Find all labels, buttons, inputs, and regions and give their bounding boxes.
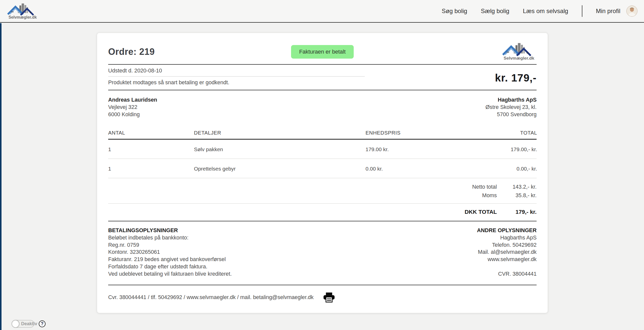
line-items-table: ANTAL DETALJER ENHEDSPRIS TOTAL 1 Sølv p… [108,126,537,178]
invoice-card: Ordre: 219 Fakturaen er betalt Selvmægle… [97,33,548,313]
info-columns: BETALINGSOPLYSNINGER Beløbet indbetales … [108,221,537,285]
cell-total: 179.00,- kr. [449,146,537,152]
invoice-meta-row: Udstedt d. 2020-08-10 Produktet modtages… [108,65,537,90]
other-info-heading: ANDRE OPLYSNINGER [477,227,537,234]
cell-detaljer: Oprettelses gebyr [194,166,366,172]
cell-antal: 1 [108,166,194,172]
table-row: 1 Sølv pakken 179.00 kr. 179.00,- kr. [108,140,537,159]
profile-menu[interactable]: Min profil [596,6,637,17]
payment-line: Fakturanr. 219 bedes angivet ved bankove… [108,256,232,263]
other-line: Mail. al@selvmaegler.dk [477,249,537,256]
moms-value: 35.8,- kr. [503,192,537,199]
page-title: Ordre: 219 [108,47,291,57]
nav-saelg-bolig[interactable]: Sælg bolig [481,8,509,15]
footer-contact-line: Cvr. 380044441 / tlf. 50429692 / www.sel… [108,294,314,301]
customer-address: Andreas Lauridsen Vejlevej 322 6000 Kold… [108,96,157,118]
site-logo[interactable]: Selvmægler.dk [7,2,39,20]
address-block: Andreas Lauridsen Vejlevej 322 6000 Kold… [108,90,537,126]
selvmaegler-logo-icon: Selvmægler.dk [501,42,537,61]
customer-street: Vejlevej 322 [108,104,157,111]
payment-line: Reg.nr. 0759 [108,241,232,249]
invoice-footer: Cvr. 380044441 / tlf. 50429692 / www.sel… [108,285,537,303]
issued-date: Udstedt d. 2020-08-10 [108,68,365,76]
col-header-antal: ANTAL [108,130,194,136]
question-mark-icon: ? [41,321,44,326]
payment-line: Kontonr. 3230265061 [108,249,232,256]
cell-total: 0.00,- kr. [449,166,537,172]
status-badge: Fakturaen er betalt [291,45,354,59]
other-line: www.selvmaegler.dk [477,256,537,263]
floating-controls: Deaktiv ? [12,320,46,328]
printer-icon [323,292,335,303]
toggle-knob[interactable] [12,320,19,328]
cell-detaljer: Sølv pakken [194,146,366,152]
company-address: Hagbarths ApS Østre Skolevej 23, kl. 570… [486,96,537,118]
payment-line: Forfaldsdato 7 dage efter udstedt faktur… [108,263,232,270]
grand-total-block: DKK TOTAL 179,- kr. [465,204,537,221]
left-accent-line [0,23,2,330]
avatar-photo-icon [627,6,637,16]
grand-total-label: DKK TOTAL [465,209,497,215]
deactivate-toggle[interactable]: Deaktiv [12,320,34,328]
moms-label: Moms [472,192,497,199]
table-row: 1 Oprettelses gebyr 0.00 kr. 0.00,- kr. [108,159,537,178]
customer-city: 6000 Kolding [108,111,157,118]
divider [108,76,365,77]
svg-text:Selvmægler.dk: Selvmægler.dk [9,15,37,19]
nav-soeg-bolig[interactable]: Søg bolig [442,8,467,15]
payment-info: BETALINGSOPLYSNINGER Beløbet indbetales … [108,227,232,278]
selvmaegler-logo-icon: Selvmægler.dk [7,2,39,20]
site-header: Selvmægler.dk Søg bolig Sælg bolig Læs o… [0,0,644,23]
print-button[interactable] [323,292,335,303]
payment-info-heading: BETALINGSOPLYSNINGER [108,227,232,234]
cvr-number: CVR. 38004441 [477,270,537,278]
cell-enhedspris: 0.00 kr. [366,166,449,172]
customer-name: Andreas Lauridsen [108,96,157,104]
payment-line: Beløbet indbetales på bankkonto: [108,234,232,241]
nav-divider [582,5,582,17]
delivery-note: Produktet modtages så snart betaling er … [108,79,365,86]
help-button[interactable]: ? [39,320,46,327]
invoice-brand-logo: Selvmægler.dk [501,42,537,62]
nav-laes-om-selvsalg[interactable]: Læs om selvsalg [523,8,568,15]
invoice-header-row: Ordre: 219 Fakturaen er betalt Selvmægle… [108,39,537,64]
col-header-enhedspris: ENHEDSPRIS [366,130,449,136]
other-line: Telefon. 50429692 [477,241,537,249]
other-info: ANDRE OPLYSNINGER Hagbarths ApS Telefon.… [477,227,537,278]
company-city: 5700 Svendborg [486,111,537,118]
user-avatar[interactable] [626,6,637,17]
other-line: Hagbarths ApS [477,234,537,241]
toggle-label: Deaktiv [21,321,37,326]
nav-min-profil[interactable]: Min profil [596,8,620,15]
site-nav: Søg bolig Sælg bolig Læs om selvsalg Min… [442,5,637,17]
svg-text:Selvmægler.dk: Selvmægler.dk [504,56,534,61]
invoice-amount: kr. 179,- [495,72,537,84]
col-header-detaljer: DETALJER [194,130,366,136]
subtotals-block: Netto total 143.2,- kr. Moms 35.8,- kr. [472,178,537,203]
netto-value: 143.2,- kr. [503,184,537,190]
company-street: Østre Skolevej 23, kl. [486,104,537,111]
grand-total-value: 179,- kr. [503,209,537,215]
col-header-total: TOTAL [449,130,537,136]
company-name: Hagbarths ApS [486,96,537,104]
invoice-meta-left: Udstedt d. 2020-08-10 Produktet modtages… [108,68,365,86]
cell-antal: 1 [108,146,194,152]
netto-label: Netto total [472,184,497,190]
table-header-row: ANTAL DETALJER ENHEDSPRIS TOTAL [108,126,537,140]
payment-line: Ved udeblevet betaling vil fakturaen bli… [108,270,232,278]
cell-enhedspris: 179.00 kr. [366,146,449,152]
